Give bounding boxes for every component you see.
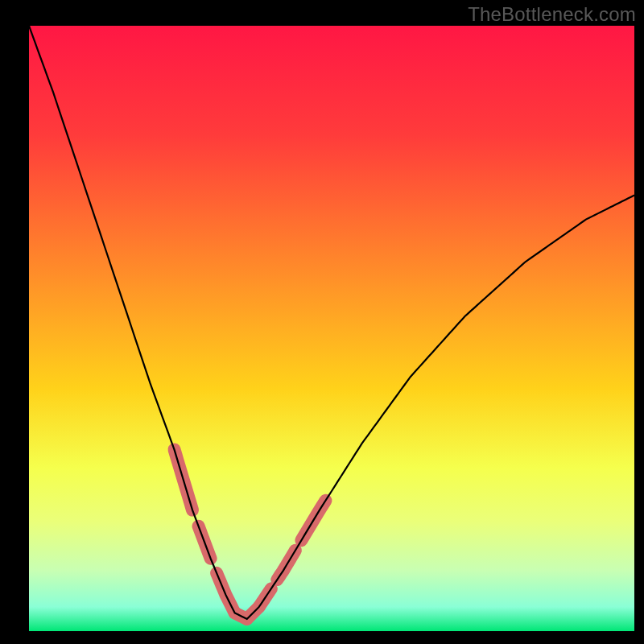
chart-svg bbox=[0, 0, 644, 644]
watermark-text: TheBottleneck.com bbox=[468, 3, 636, 26]
plot-background bbox=[29, 26, 634, 631]
chart-root: TheBottleneck.com bbox=[0, 0, 644, 644]
